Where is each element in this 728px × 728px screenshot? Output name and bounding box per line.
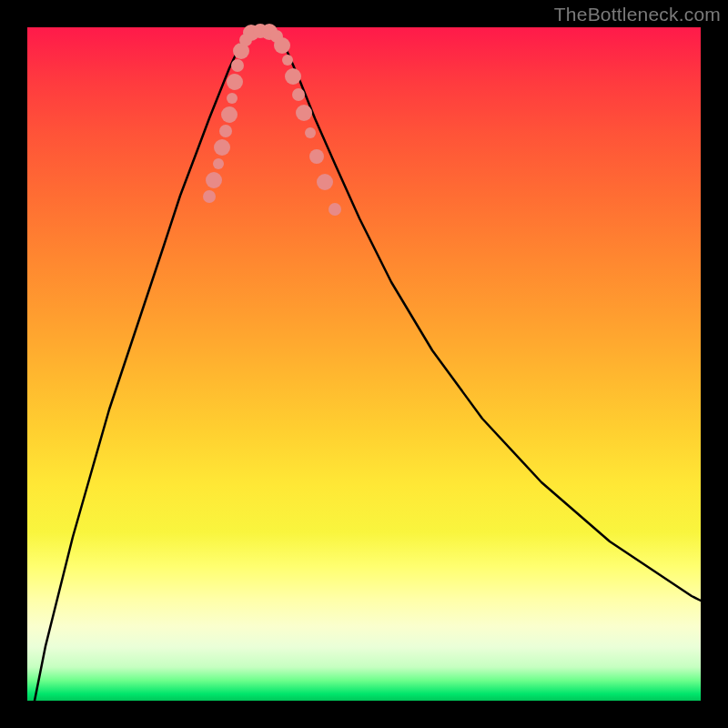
chart-svg bbox=[27, 27, 701, 701]
marker-point bbox=[203, 190, 216, 203]
marker-point bbox=[231, 59, 244, 72]
marker-point bbox=[292, 88, 305, 101]
marker-points bbox=[203, 24, 341, 216]
marker-point bbox=[296, 105, 312, 121]
marker-point bbox=[213, 158, 224, 169]
bottleneck-curve bbox=[35, 28, 701, 701]
marker-point bbox=[214, 139, 230, 156]
marker-point bbox=[317, 174, 333, 190]
marker-point bbox=[309, 149, 324, 164]
plot-area bbox=[27, 27, 701, 701]
watermark-text: TheBottleneck.com bbox=[554, 4, 721, 25]
curve-path bbox=[35, 28, 701, 701]
marker-point bbox=[274, 37, 290, 54]
marker-point bbox=[227, 74, 243, 90]
marker-point bbox=[329, 203, 341, 216]
chart-frame: TheBottleneck.com bbox=[0, 0, 728, 728]
marker-point bbox=[305, 127, 316, 138]
marker-point bbox=[282, 55, 293, 66]
marker-point bbox=[285, 68, 301, 85]
marker-point bbox=[221, 106, 238, 123]
marker-point bbox=[227, 93, 238, 104]
marker-point bbox=[219, 125, 232, 137]
marker-point bbox=[206, 172, 222, 188]
